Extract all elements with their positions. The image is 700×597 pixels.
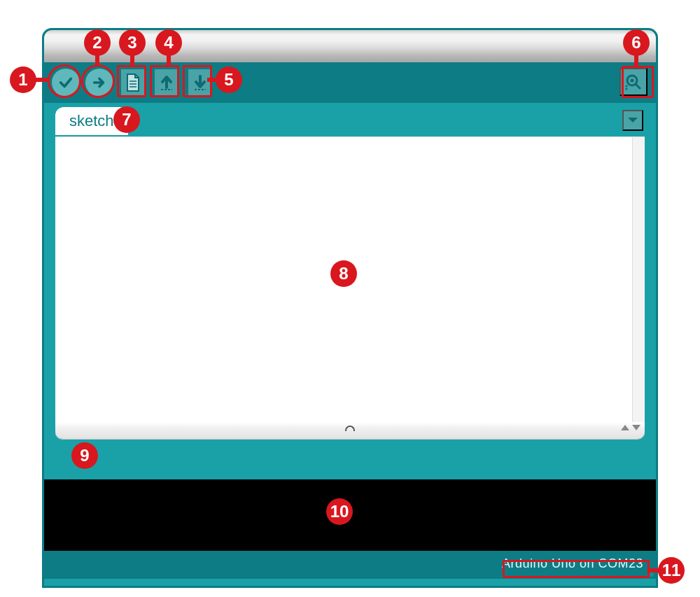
arduino-ide-window: sketch Arduino Uno on COM23	[42, 28, 658, 588]
scroll-handle-icon	[345, 426, 355, 431]
svg-line-7	[636, 84, 640, 88]
horizontal-scrollbar[interactable]	[55, 422, 645, 439]
callout-label: 11	[662, 561, 681, 580]
new-sketch-button[interactable]	[118, 68, 148, 97]
tab-row: sketch	[44, 103, 656, 136]
tab-menu-button[interactable]	[622, 110, 643, 131]
vertical-scrollbar[interactable]	[632, 137, 645, 422]
verify-button[interactable]	[51, 68, 80, 97]
triangle-down-icon	[632, 425, 640, 430]
code-editor[interactable]	[55, 137, 632, 422]
editor-container	[55, 136, 645, 422]
callout-1: 1	[10, 66, 36, 93]
serial-monitor-button[interactable]	[620, 68, 648, 96]
svg-point-8	[626, 85, 628, 87]
serial-monitor-icon	[624, 73, 643, 91]
sketch-tab[interactable]: sketch	[55, 107, 128, 135]
output-console[interactable]	[44, 479, 656, 551]
tab-label: sketch	[69, 112, 114, 130]
triangle-up-icon	[621, 425, 629, 430]
open-sketch-button[interactable]	[152, 68, 181, 97]
arrow-up-icon	[155, 69, 178, 96]
save-sketch-button[interactable]	[186, 68, 215, 97]
arrow-down-icon	[188, 69, 212, 96]
chevron-down-icon	[627, 117, 638, 124]
resize-grip-icon[interactable]	[642, 565, 654, 577]
arrow-right-icon	[85, 69, 113, 97]
svg-point-9	[626, 88, 628, 90]
upload-button[interactable]	[85, 68, 114, 97]
callout-label: 1	[18, 70, 27, 90]
svg-point-6	[631, 79, 634, 83]
window-titlebar[interactable]	[44, 30, 656, 62]
toolbar	[44, 62, 656, 103]
board-port-label: Arduino Uno on COM23	[502, 556, 643, 571]
check-icon	[52, 69, 80, 97]
callout-11: 11	[658, 557, 685, 584]
file-icon	[121, 69, 145, 96]
footer-bar: Arduino Uno on COM23	[44, 551, 656, 579]
scroll-buttons[interactable]	[621, 425, 640, 430]
status-bar	[44, 439, 656, 479]
